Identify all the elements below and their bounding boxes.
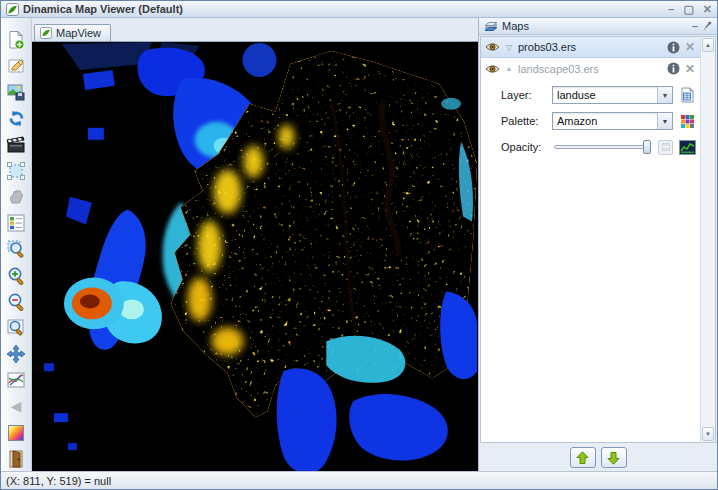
pan-button[interactable] (3, 342, 29, 366)
map-raster-image (32, 42, 478, 471)
exit-button[interactable] (3, 447, 29, 471)
tab-mapview[interactable]: MapView (34, 24, 111, 41)
cursor-position-readout: (X: 811, Y: 519) = null (6, 475, 111, 487)
map-toolbar: ◀ (1, 18, 32, 471)
panel-minimize-button[interactable]: – (692, 20, 698, 32)
palette-grid-icon (680, 114, 695, 129)
pan-arrows-icon (6, 344, 26, 364)
layer-name: landscape03.ers (518, 63, 663, 75)
layer-table-icon (679, 87, 695, 103)
scroll-down-button[interactable]: ▼ (702, 427, 714, 441)
expand-toggle-icon[interactable]: ▲ (504, 65, 514, 72)
map-canvas[interactable] (32, 42, 478, 471)
minimize-button[interactable]: – (668, 2, 674, 16)
opacity-slider-track[interactable] (554, 145, 651, 149)
back-button[interactable]: ◀ (3, 394, 29, 418)
zoom-window-icon (6, 318, 26, 338)
app-window: Dinamica Map Viewer (Default) – ▢ ✕ (0, 0, 718, 490)
film-clapper-icon (6, 136, 26, 154)
maps-panel: Maps – ▽ (478, 18, 717, 471)
layer-name: probs03.ers (518, 41, 663, 53)
layer-close-icon[interactable]: ✕ (684, 40, 696, 54)
layer-info-icon[interactable] (667, 62, 680, 75)
back-icon: ◀ (11, 398, 22, 414)
select-region-button[interactable] (3, 159, 29, 183)
green-up-arrow-icon (576, 451, 589, 465)
histogram-map-icon (679, 140, 696, 155)
palette-editor-button[interactable] (678, 112, 696, 130)
layer-controls: Layer: landuse ▼ (481, 79, 700, 163)
panel-scrollbar[interactable]: ▲ ▼ (700, 37, 715, 442)
palette-button[interactable] (3, 421, 29, 445)
refresh-icon (7, 109, 26, 128)
refresh-button[interactable] (3, 107, 29, 131)
move-layer-down-button[interactable] (601, 447, 627, 468)
layer-select-label: Layer: (501, 89, 547, 101)
layer-close-icon[interactable]: ✕ (684, 62, 696, 76)
zoom-out-icon (6, 292, 26, 312)
layer-list: ▽ probs03.ers ✕ (481, 37, 700, 442)
maps-panel-title: Maps (502, 20, 688, 32)
new-map-button[interactable] (3, 28, 29, 52)
edit-map-button[interactable] (3, 54, 29, 78)
chevron-down-icon[interactable]: ▼ (657, 87, 672, 103)
opacity-slider-thumb[interactable] (643, 140, 651, 154)
opacity-label: Opacity: (501, 141, 547, 153)
layer-row-probs03[interactable]: ▽ probs03.ers ✕ (481, 37, 700, 58)
app-logo-icon (6, 3, 19, 16)
chevron-down-icon[interactable]: ▼ (657, 113, 672, 129)
opacity-value-button-disabled (658, 140, 673, 155)
selection-box-icon (6, 161, 26, 181)
layer-list-empty-space (481, 163, 700, 442)
layer-select[interactable]: landuse ▼ (552, 86, 673, 104)
title-bar: Dinamica Map Viewer (Default) – ▢ ✕ (1, 1, 717, 18)
layer-row-landscape03[interactable]: ▲ landscape03.ers ✕ (481, 58, 700, 79)
maps-panel-footer (479, 444, 717, 471)
zoom-in-button[interactable] (3, 264, 29, 288)
opacity-slider[interactable] (552, 138, 653, 156)
palette-select-value: Amazon (553, 115, 657, 127)
zoom-selection-button[interactable] (3, 237, 29, 261)
new-map-icon (6, 30, 26, 50)
layer-select-value: landuse (553, 89, 657, 101)
tab-bar: MapView (32, 25, 478, 42)
maps-panel-header: Maps – (479, 18, 717, 35)
maximize-button[interactable]: ▢ (683, 2, 693, 16)
pointing-hand-icon (6, 56, 26, 76)
histogram-button[interactable] (678, 138, 696, 156)
hand-tool-icon (7, 188, 25, 206)
maps-stack-icon (484, 20, 498, 32)
zoom-out-button[interactable] (3, 290, 29, 314)
window-title: Dinamica Map Viewer (Default) (23, 3, 664, 15)
visibility-eye-icon[interactable] (485, 42, 500, 52)
mapview-tab-icon (40, 27, 52, 39)
palette-select[interactable]: Amazon ▼ (552, 112, 673, 130)
animation-button[interactable] (3, 133, 29, 157)
palette-icon (6, 423, 26, 443)
green-down-arrow-icon (607, 451, 620, 465)
map-region: MapView (32, 18, 478, 471)
collapse-toggle-icon[interactable]: ▽ (504, 43, 514, 52)
zoom-in-icon (6, 266, 26, 286)
move-layer-up-button[interactable] (570, 447, 596, 468)
close-button[interactable]: ✕ (703, 2, 712, 16)
legend-icon (6, 213, 26, 233)
profile-chart-icon (6, 370, 26, 390)
save-image-icon (6, 82, 26, 102)
zoom-selection-icon (6, 239, 26, 259)
save-image-button[interactable] (3, 80, 29, 104)
scroll-up-button[interactable]: ▲ (702, 38, 714, 52)
profile-chart-button[interactable] (3, 368, 29, 392)
tab-label: MapView (56, 27, 101, 39)
zoom-window-button[interactable] (3, 316, 29, 340)
legend-button[interactable] (3, 211, 29, 235)
layer-list-container: ▽ probs03.ers ✕ (480, 36, 716, 443)
palette-select-label: Palette: (501, 115, 547, 127)
hand-tool-button[interactable] (3, 185, 29, 209)
layer-info-icon[interactable] (667, 41, 680, 54)
layer-table-button[interactable] (678, 86, 696, 104)
exit-door-icon (7, 449, 25, 469)
status-bar: (X: 811, Y: 519) = null (1, 471, 717, 489)
visibility-eye-icon[interactable] (485, 64, 500, 74)
pin-icon[interactable] (702, 21, 712, 32)
